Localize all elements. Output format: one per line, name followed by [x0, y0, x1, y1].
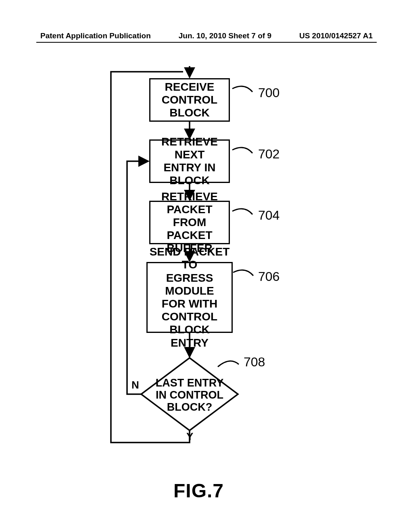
- header-center: Jun. 10, 2010 Sheet 7 of 9: [179, 31, 271, 40]
- step-706-box: SEND PACKET TO EGRESS MODULE FOR WITH CO…: [146, 262, 233, 333]
- header-left: Patent Application Publication: [40, 31, 151, 40]
- header-right: US 2010/0142527 A1: [299, 31, 373, 40]
- step-708-text: LAST ENTRY IN CONTROL BLOCK?: [153, 377, 226, 414]
- ref-708: 708: [244, 355, 265, 370]
- step-700-text: RECEIVE CONTROL BLOCK: [162, 81, 217, 120]
- ref-706: 706: [258, 269, 280, 284]
- step-700-box: RECEIVE CONTROL BLOCK: [149, 78, 230, 122]
- figure-label: FIG.7: [173, 480, 224, 502]
- step-702-text: RETRIEVE NEXT ENTRY IN BLOCK: [152, 135, 227, 187]
- ref-702: 702: [258, 147, 280, 162]
- branch-yes: Y: [186, 430, 193, 443]
- header-rule: [36, 42, 377, 43]
- branch-no: N: [131, 379, 139, 391]
- step-702-box: RETRIEVE NEXT ENTRY IN BLOCK: [149, 139, 230, 183]
- ref-704: 704: [258, 208, 280, 223]
- step-706-text: SEND PACKET TO EGRESS MODULE FOR WITH CO…: [149, 245, 230, 349]
- ref-700: 700: [258, 85, 280, 100]
- step-704-box: RETRIEVE PACKET FROM PACKET BUFFER: [149, 201, 230, 244]
- flowchart: RECEIVE CONTROL BLOCK RETRIEVE NEXT ENTR…: [0, 60, 413, 463]
